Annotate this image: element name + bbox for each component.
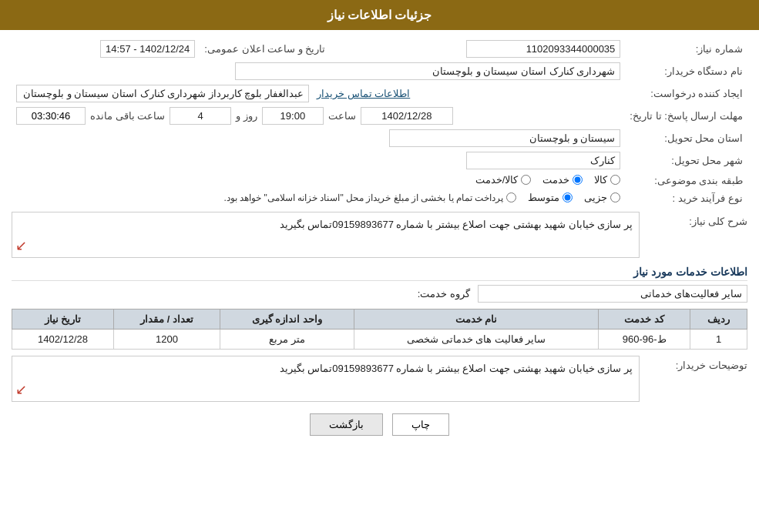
table-row: 1 ط-96-960 سایر فعالیت های خدماتی شخصی م…	[12, 330, 747, 350]
purchase-type-option-3-label: پرداخت تمام یا بخشی از مبلغ خریداز محل "…	[223, 192, 503, 203]
cell-code: ط-96-960	[599, 330, 690, 350]
need-number-input: 1102093344000035	[466, 40, 620, 58]
services-section-title: اطلاعات خدمات مورد نیاز	[12, 266, 747, 281]
need-number-row: شماره نیاز: 1102093344000035 تاریخ و ساع…	[12, 38, 747, 60]
service-table: ردیف کد خدمت نام خدمت واحد اندازه گیری ت…	[12, 309, 747, 350]
content-area: شماره نیاز: 1102093344000035 تاریخ و ساع…	[0, 30, 759, 451]
page-wrapper: جزئیات اطلاعات نیاز شماره نیاز: 11020933…	[0, 0, 759, 532]
purchase-type-option-2-label: متوسط	[528, 192, 559, 203]
buyer-station-input: شهرداری کنارک استان سیستان و بلوچستان	[235, 62, 620, 80]
purchase-type-label: نوع فرآیند خرید :	[625, 189, 747, 207]
general-desc-label: شرح کلی نیاز:	[647, 212, 747, 227]
days-box: 4	[170, 107, 231, 125]
category-option-3: کالا/خدمت	[475, 174, 532, 186]
purchase-type-radio-2[interactable]	[563, 192, 573, 202]
creator-row: ایجاد کننده درخواست: عبدالغفار بلوچ کارب…	[12, 82, 747, 105]
response-date-box: 1402/12/28	[361, 107, 453, 125]
purchase-type-value: پرداخت تمام یا بخشی از مبلغ خریداز محل "…	[12, 189, 625, 207]
col-code: کد خدمت	[599, 309, 690, 330]
buyer-desc-container: پر سازی خیابان شهید بهشتی جهت اصلاع بیشت…	[12, 356, 640, 402]
countdown-box: 03:30:46	[16, 107, 86, 125]
category-option-2: خدمت	[542, 174, 583, 186]
service-group-label: گروه خدمت:	[418, 288, 470, 299]
category-option-3-label: کالا/خدمت	[475, 174, 519, 186]
purchase-type-row: نوع فرآیند خرید : پرداخت تمام یا بخشی از…	[12, 189, 747, 207]
buttons-row: چاپ بازگشت	[12, 413, 747, 436]
cell-unit: متر مربع	[220, 330, 354, 350]
response-deadline-row: مهلت ارسال پاسخ: تا تاریخ: 03:30:46 ساعت…	[12, 105, 747, 127]
general-desc-text: پر سازی خیابان شهید بهشتی جهت اصلاع بیشت…	[280, 219, 633, 230]
cell-row: 1	[690, 330, 747, 350]
delivery-province-value: سیستان و بلوچستان	[12, 127, 625, 149]
col-name: نام خدمت	[354, 309, 598, 330]
cell-name: سایر فعالیت های خدماتی شخصی	[354, 330, 598, 350]
cell-date: 1402/12/28	[12, 330, 114, 350]
col-date: تاریخ نیاز	[12, 309, 114, 330]
delivery-city-row: شهر محل تحویل: کنارک	[12, 149, 747, 172]
announcement-date-value: 1402/12/24 - 14:57	[12, 38, 200, 60]
delivery-city-input: کنارک	[466, 152, 620, 169]
buyer-desc-box: پر سازی خیابان شهید بهشتی جهت اصلاع بیشت…	[12, 356, 640, 402]
time-box: 19:00	[262, 107, 324, 125]
general-desc-box: پر سازی خیابان شهید بهشتی جهت اصلاع بیشت…	[12, 212, 640, 258]
delivery-city-value: کنارک	[12, 149, 625, 172]
buyer-desc-section: توضیحات خریدار: پر سازی خیابان شهید بهشت…	[12, 356, 747, 402]
creator-value: عبدالغفار بلوچ کاربرداز شهرداری کنارک اس…	[12, 82, 625, 105]
category-radio-group: کالا/خدمت خدمت کالا	[475, 174, 621, 186]
category-row: طبقه بندی موضوعی: کالا/خدمت خدمت کالا	[12, 172, 747, 189]
delivery-province-label: استان محل تحویل:	[625, 127, 747, 149]
category-radio-2[interactable]	[573, 175, 583, 185]
category-value: کالا/خدمت خدمت کالا	[12, 172, 625, 189]
back-button[interactable]: بازگشت	[310, 413, 383, 436]
buyer-desc-text: پر سازی خیابان شهید بهشتی جهت اصلاع بیشت…	[280, 363, 633, 374]
buyer-desc-arrow-icon: ↙	[15, 381, 27, 398]
category-radio-3[interactable]	[521, 175, 531, 185]
purchase-type-option-3: پرداخت تمام یا بخشی از مبلغ خریداز محل "…	[223, 192, 516, 203]
desc-arrow-icon: ↙	[15, 237, 27, 254]
buyer-station-label: نام دستگاه خریدار:	[625, 60, 747, 82]
response-deadline-value: 03:30:46 ساعت باقی مانده 4 روز و 19:00 س…	[12, 105, 625, 127]
category-option-1-label: کالا	[594, 174, 607, 186]
response-deadline-label: مهلت ارسال پاسخ: تا تاریخ:	[625, 105, 747, 127]
time-label: ساعت	[328, 110, 356, 122]
purchase-type-radio-1[interactable]	[610, 192, 620, 202]
general-desc-section: شرح کلی نیاز: پر سازی خیابان شهید بهشتی …	[12, 212, 747, 258]
page-header: جزئیات اطلاعات نیاز	[0, 0, 759, 30]
days-label: روز و	[236, 110, 257, 122]
purchase-type-radio-3[interactable]	[506, 192, 516, 202]
purchase-type-option-2: متوسط	[528, 192, 573, 203]
purchase-type-option-1: جزیی	[584, 192, 620, 203]
delivery-province-input: سیستان و بلوچستان	[389, 129, 620, 147]
contact-link[interactable]: اطلاعات تماس خریدار	[317, 88, 410, 99]
col-unit: واحد اندازه گیری	[220, 309, 354, 330]
category-option-1: کالا	[594, 174, 620, 186]
need-number-label: شماره نیاز:	[625, 38, 747, 60]
announcement-date-label: تاریخ و ساعت اعلان عمومی:	[200, 38, 330, 60]
col-row: ردیف	[690, 309, 747, 330]
countdown-label: ساعت باقی مانده	[90, 110, 165, 122]
print-button[interactable]: چاپ	[392, 413, 449, 436]
service-table-header-row: ردیف کد خدمت نام خدمت واحد اندازه گیری ت…	[12, 309, 747, 330]
service-table-body: 1 ط-96-960 سایر فعالیت های خدماتی شخصی م…	[12, 330, 747, 350]
creator-input: عبدالغفار بلوچ کاربرداز شهرداری کنارک اس…	[16, 85, 309, 102]
purchase-type-radio-group: پرداخت تمام یا بخشی از مبلغ خریداز محل "…	[223, 192, 620, 203]
category-radio-1[interactable]	[610, 175, 620, 185]
need-number-value: 1102093344000035	[330, 38, 625, 60]
col-qty: تعداد / مقدار	[113, 309, 220, 330]
category-option-2-label: خدمت	[542, 174, 569, 186]
buyer-station-value: شهرداری کنارک استان سیستان و بلوچستان	[12, 60, 625, 82]
general-desc-container: پر سازی خیابان شهید بهشتی جهت اصلاع بیشت…	[12, 212, 640, 258]
service-table-head: ردیف کد خدمت نام خدمت واحد اندازه گیری ت…	[12, 309, 747, 330]
purchase-type-option-1-label: جزیی	[584, 192, 607, 203]
delivery-province-row: استان محل تحویل: سیستان و بلوچستان	[12, 127, 747, 149]
info-grid: شماره نیاز: 1102093344000035 تاریخ و ساع…	[12, 38, 747, 207]
creator-label: ایجاد کننده درخواست:	[625, 82, 747, 105]
buyer-station-row: نام دستگاه خریدار: شهرداری کنارک استان س…	[12, 60, 747, 82]
cell-qty: 1200	[113, 330, 220, 350]
announcement-date-input: 1402/12/24 - 14:57	[100, 40, 195, 58]
service-group-input: سایر فعالیت‌های خدماتی	[478, 285, 747, 303]
service-group-row: گروه خدمت: سایر فعالیت‌های خدماتی	[12, 285, 747, 303]
page-title: جزئیات اطلاعات نیاز	[327, 8, 432, 22]
delivery-city-label: شهر محل تحویل:	[625, 149, 747, 172]
category-label: طبقه بندی موضوعی:	[625, 172, 747, 189]
